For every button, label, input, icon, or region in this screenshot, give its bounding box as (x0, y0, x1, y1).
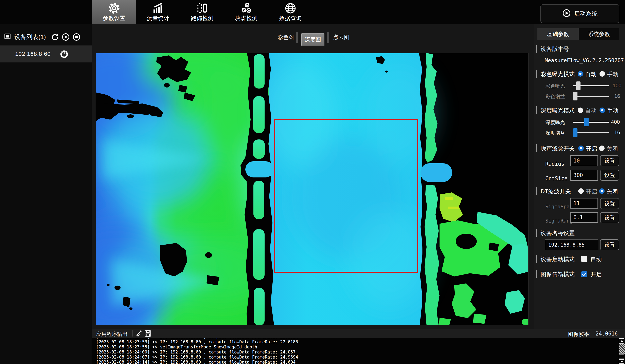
depth-exposure-slider[interactable] (573, 122, 609, 123)
play-all-button[interactable] (62, 33, 70, 41)
tab-label: 块煤检测 (235, 15, 258, 22)
radio-depth-auto[interactable] (578, 108, 583, 113)
depth-map-image[interactable] (96, 53, 529, 325)
scrollbar-thumb[interactable] (619, 344, 625, 354)
output-title: 应用程序输出 (96, 331, 128, 338)
clear-log-icon[interactable] (136, 330, 143, 337)
transfer-mode-checkbox[interactable] (581, 271, 587, 277)
section-bar (536, 229, 537, 237)
log-line: [2025-02-08 18:24:14] >> IP: 192.168.8.6… (96, 360, 625, 364)
tab-color-map[interactable]: 彩色图 (278, 33, 294, 41)
radio-dt-off[interactable] (599, 188, 605, 194)
boot-mode-label: 设备启动模式 (541, 255, 575, 263)
start-system-button[interactable]: 启动系统 (540, 4, 619, 23)
gear-icon (108, 2, 120, 15)
sigmarange-input[interactable] (570, 212, 598, 223)
tab-point-cloud[interactable]: 点云图 (333, 33, 349, 41)
device-list-header: 设备列表(1) (0, 30, 92, 44)
version-value: MeasureFlow_V6.2.2.250207 (545, 57, 624, 63)
depth-gain-slider[interactable] (573, 132, 609, 133)
boot-mode-checkbox[interactable] (581, 256, 587, 262)
main-view: 彩色图 深度图 点云图 (92, 24, 534, 329)
app-window: 参数设置 流量统计 跑偏检测 (0, 0, 625, 364)
stop-all-button[interactable] (72, 33, 81, 41)
color-exposure-value: 100 (613, 83, 621, 89)
sigmarange-set-button[interactable]: 设置 (600, 212, 619, 223)
tab-flow-statistics[interactable]: 流量统计 (136, 0, 180, 24)
transfer-mode-option: 开启 (591, 271, 602, 278)
dt-filter-label: DT滤波开关 (541, 188, 571, 195)
log-line-partial: [2025-02-08 18:23:51] >> IP: 192.168.8.6… (96, 338, 625, 339)
radio-depth-manual[interactable] (599, 108, 605, 113)
tab-deviation-detection[interactable]: 跑偏检测 (180, 0, 224, 24)
device-list-item[interactable]: 192.168.8.60 (0, 46, 92, 62)
section-bar (536, 270, 537, 278)
radio-noise-on[interactable] (578, 145, 584, 151)
tab-depth-map[interactable]: 深度图 (301, 33, 324, 46)
radio-noise-off[interactable] (599, 145, 605, 151)
depth-exposure-value: 400 (611, 119, 620, 125)
log-line: [2025-02-08 18:24:07] >> IP: 192.168.8.6… (96, 355, 625, 360)
color-gain-label: 彩色增益 (545, 93, 565, 100)
device-name-input[interactable] (545, 240, 598, 250)
radio-dt-on[interactable] (578, 188, 584, 194)
color-gain-handle[interactable] (573, 92, 577, 100)
color-gain-slider[interactable] (573, 96, 609, 97)
radio-depth-manual-label: 手动 (607, 107, 618, 114)
tab-parameter-settings[interactable]: 参数设置 (92, 0, 136, 24)
radio-noise-off-label: 关闭 (607, 145, 618, 153)
tab-separator (327, 32, 329, 43)
section-bar (536, 144, 537, 152)
color-exposure-label: 彩色曝光 (545, 83, 565, 89)
radius-input[interactable] (570, 155, 598, 166)
tab-label: 流量统计 (147, 15, 169, 22)
tab-label: 跑偏检测 (191, 15, 214, 22)
tab-basic-params[interactable]: 基础参数 (537, 28, 579, 40)
boot-mode-option: 自动 (591, 255, 602, 263)
globe-icon (284, 2, 297, 15)
power-icon[interactable] (60, 50, 68, 58)
frame-rate-label: 图像帧率: (568, 331, 591, 338)
bar-chart-icon (152, 2, 164, 15)
log-console: [2025-02-08 18:23:51] >> IP: 192.168.8.6… (92, 338, 625, 364)
noise-filter-label: 噪声滤除开关 (541, 145, 575, 152)
tab-data-query[interactable]: 数据查询 (268, 0, 312, 24)
section-bar (536, 70, 537, 78)
scrollbar-track-box[interactable] (619, 354, 625, 359)
depth-exposure-handle[interactable] (584, 118, 589, 126)
log-scrollbar[interactable] (618, 338, 625, 364)
depth-gain-handle[interactable] (573, 128, 577, 137)
save-log-icon[interactable] (144, 330, 152, 337)
sigmaspace-input[interactable] (570, 198, 598, 209)
radio-dt-off-label: 关闭 (607, 188, 618, 196)
cntsize-set-button[interactable]: 设置 (600, 170, 619, 181)
depth-gain-label: 深度增益 (545, 130, 565, 136)
top-toolbar: 参数设置 流量统计 跑偏检测 (0, 0, 625, 24)
radio-color-auto[interactable] (578, 71, 583, 77)
radius-set-button[interactable]: 设置 (600, 155, 619, 166)
log-line: [2025-02-08 18:24:00] >> IP: 192.168.8.6… (96, 350, 625, 355)
deviation-icon (196, 2, 209, 15)
section-bar (536, 106, 537, 114)
scroll-up-button[interactable] (619, 338, 625, 344)
tab-system-params[interactable]: 系统参数 (579, 28, 619, 40)
sigmaspace-set-button[interactable]: 设置 (600, 198, 619, 209)
refresh-button[interactable] (51, 33, 59, 41)
radio-color-manual[interactable] (599, 71, 605, 77)
divider (132, 330, 133, 336)
parameter-panel: 基础参数 系统参数 设备版本号 MeasureFlow_V6.2.2.25020… (534, 24, 625, 329)
device-name-set-button[interactable]: 设置 (600, 239, 619, 250)
color-exposure-handle[interactable] (576, 82, 581, 90)
device-name-label: 设备名称设置 (541, 229, 575, 237)
section-bar (536, 187, 537, 195)
scroll-down-button[interactable] (619, 359, 625, 364)
start-system-label: 启动系统 (574, 10, 597, 18)
device-list-title: 设备列表(1) (14, 33, 46, 41)
radio-color-auto-label: 自动 (585, 71, 596, 78)
tab-label: 参数设置 (103, 15, 125, 22)
radio-noise-on-label: 开启 (586, 145, 597, 153)
device-sidebar: 设备列表(1) 192.168.8.60 (0, 24, 92, 364)
tab-coal-detection[interactable]: 块煤检测 (224, 0, 268, 24)
cntsize-input[interactable] (570, 170, 598, 181)
play-circle-icon (562, 9, 571, 19)
